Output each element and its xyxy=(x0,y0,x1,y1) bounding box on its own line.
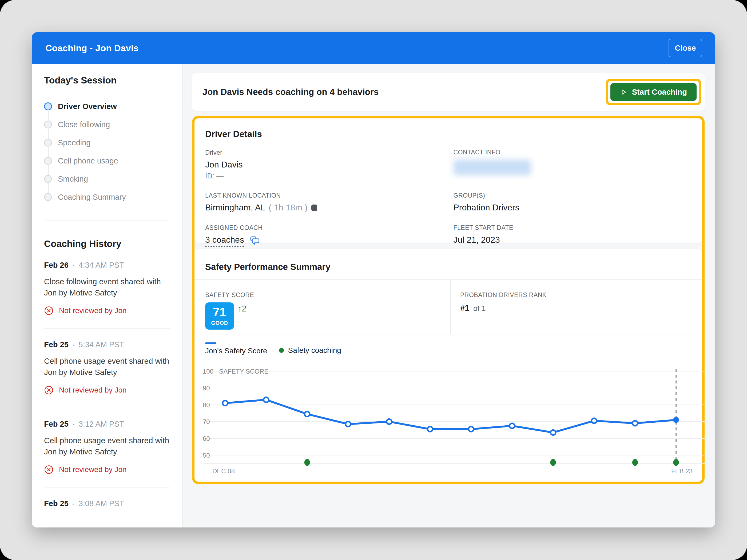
assigned-coach-field: ASSIGNED COACH 3 coaches xyxy=(205,224,448,247)
location-value: Birmingham, AL xyxy=(205,203,265,213)
contact-info-field: CONTACT INFO xyxy=(448,149,692,180)
sidebar-divider xyxy=(44,220,170,221)
rank-block: PROBATION DRIVERS RANK #1 of 1 xyxy=(450,280,547,334)
history-time: 3:12 AM PST xyxy=(79,420,124,429)
history-status-text: Not reviewed by Jon xyxy=(59,386,127,394)
groups-label: GROUP(S) xyxy=(454,192,692,199)
driver-details-card: Driver Details Driver Jon Davis ID: — CO… xyxy=(195,118,702,243)
play-icon xyxy=(620,88,627,96)
history-status-text: Not reviewed by Jon xyxy=(59,306,127,315)
svg-text:70: 70 xyxy=(203,418,210,425)
step-label: Close following xyxy=(58,120,110,129)
close-button[interactable]: Close xyxy=(669,39,702,57)
step-dot-icon xyxy=(44,157,52,165)
step-label: Coaching Summary xyxy=(58,193,126,202)
history-entry[interactable]: Feb 26 · 4:34 AM PST Close following eve… xyxy=(44,249,170,328)
step-speeding[interactable]: Speeding xyxy=(44,134,170,152)
score-delta-value: 2 xyxy=(242,304,247,313)
safety-summary-title: Safety Performance Summary xyxy=(205,262,692,272)
session-title: Today's Session xyxy=(44,75,170,86)
contact-info-label: CONTACT INFO xyxy=(454,149,692,156)
rank-label: PROBATION DRIVERS RANK xyxy=(460,291,547,299)
step-label: Smoking xyxy=(58,175,88,184)
step-label: Speeding xyxy=(58,138,91,147)
driver-name: Jon Davis xyxy=(205,160,448,169)
fleet-start-date-value: Jul 21, 2023 xyxy=(454,235,692,245)
session-stepper: Driver Overview Close following Speeding… xyxy=(44,97,170,206)
driver-details-title: Driver Details xyxy=(205,129,692,139)
svg-text:50: 50 xyxy=(203,452,210,459)
history-separator: · xyxy=(72,340,75,349)
history-separator: · xyxy=(72,499,75,508)
message-coaches-icon[interactable] xyxy=(250,236,260,246)
history-time: 3:08 AM PST xyxy=(79,499,124,508)
step-cell-phone-usage[interactable]: Cell phone usage xyxy=(44,152,170,170)
not-reviewed-icon xyxy=(44,385,54,395)
svg-text:DEC 08: DEC 08 xyxy=(212,468,235,475)
history-time: 5:34 AM PST xyxy=(79,340,124,349)
step-dot-icon xyxy=(44,121,52,129)
legend-safety-coaching-label: Safety coaching xyxy=(288,346,341,355)
history-time: 4:34 AM PST xyxy=(79,261,124,270)
history-status: Not reviewed by Jon xyxy=(44,306,170,316)
svg-text:100 - SAFETY SCORE: 100 - SAFETY SCORE xyxy=(203,368,268,375)
history-date: Feb 25 xyxy=(44,420,69,429)
history-text: Close following event shared with Jon by… xyxy=(44,276,170,298)
score-delta-badge: ↑2 xyxy=(238,304,247,314)
safety-score-value: 71 xyxy=(213,306,226,318)
driver-label: Driver xyxy=(205,149,448,156)
safety-score-tile: 71 GOOD xyxy=(205,302,234,329)
step-dot-icon xyxy=(44,193,52,201)
svg-text:80: 80 xyxy=(203,401,210,408)
contact-info-redacted xyxy=(454,160,531,175)
history-status: Not reviewed by Jon xyxy=(44,385,170,395)
coaching-modal: Coaching - Jon Davis Close Today's Sessi… xyxy=(32,32,715,528)
modal-titlebar: Coaching - Jon Davis Close xyxy=(32,32,715,64)
coaches-link[interactable]: 3 coaches xyxy=(205,235,244,247)
legend-safety-score[interactable]: Jon's Safety Score xyxy=(205,342,267,355)
legend-safety-score-label: Jon's Safety Score xyxy=(205,347,267,355)
step-smoking[interactable]: Smoking xyxy=(44,170,170,188)
step-driver-overview[interactable]: Driver Overview xyxy=(44,97,170,115)
step-coaching-summary[interactable]: Coaching Summary xyxy=(44,188,170,206)
main-panel: Jon Davis Needs coaching on 4 behaviors … xyxy=(182,64,715,528)
history-date: Feb 26 xyxy=(44,261,69,270)
legend-safety-coaching[interactable]: Safety coaching xyxy=(279,346,341,355)
step-dot-active-icon xyxy=(44,102,52,110)
driver-field: Driver Jon Davis ID: — xyxy=(205,149,448,180)
green-dot-swatch-icon xyxy=(279,348,284,353)
step-dot-icon xyxy=(44,139,52,146)
history-text: Cell phone usage event shared with Jon b… xyxy=(44,355,170,378)
history-entry[interactable]: Feb 25 · 3:12 AM PST Cell phone usage ev… xyxy=(44,408,170,487)
safety-performance-card: Safety Performance Summary SAFETY SCORE … xyxy=(195,249,702,482)
desktop-canvas: Coaching - Jon Davis Close Today's Sessi… xyxy=(0,0,747,560)
svg-text:90: 90 xyxy=(203,384,210,392)
groups-field: GROUP(S) Probation Drivers xyxy=(448,192,692,213)
step-close-following[interactable]: Close following xyxy=(44,115,170,134)
history-date: Feb 25 xyxy=(44,499,69,508)
vehicle-chip-icon[interactable] xyxy=(311,205,317,211)
start-coaching-button[interactable]: Start Coaching xyxy=(611,83,697,101)
history-entry[interactable]: Feb 25 · 3:08 AM PST xyxy=(44,487,170,521)
location-duration: ( 1h 18m ) xyxy=(269,203,308,213)
modal-title: Coaching - Jon Davis xyxy=(45,43,139,53)
svg-text:60: 60 xyxy=(203,435,210,442)
safety-trend-chart[interactable]: 100 - SAFETY SCORE9080706050DEC 08FEB 23 xyxy=(203,367,706,477)
history-text: Cell phone usage event shared with Jon b… xyxy=(44,435,170,457)
blue-line-swatch-icon xyxy=(205,342,216,344)
driver-id: ID: — xyxy=(205,172,448,180)
fleet-start-date-field: FLEET START DATE Jul 21, 2023 xyxy=(448,224,692,247)
step-label: Cell phone usage xyxy=(58,157,118,165)
safety-score-label: SAFETY SCORE xyxy=(205,291,450,299)
chart-legend: Jon's Safety Score Safety coaching xyxy=(195,334,702,355)
start-coaching-label: Start Coaching xyxy=(632,88,687,97)
history-separator: · xyxy=(72,420,75,429)
last-known-location-field: LAST KNOWN LOCATION Birmingham, AL ( 1h … xyxy=(205,192,448,213)
step-dot-icon xyxy=(44,175,52,183)
history-entry[interactable]: Feb 25 · 5:34 AM PST Cell phone usage ev… xyxy=(44,328,170,408)
coachmark-highlight: Driver Details Driver Jon Davis ID: — CO… xyxy=(192,116,704,484)
session-sidebar: Today's Session Driver Overview Close fo… xyxy=(32,64,182,528)
history-status-text: Not reviewed by Jon xyxy=(59,465,127,474)
step-label: Driver Overview xyxy=(58,102,117,111)
banner-title: Jon Davis Needs coaching on 4 behaviors xyxy=(203,87,379,97)
